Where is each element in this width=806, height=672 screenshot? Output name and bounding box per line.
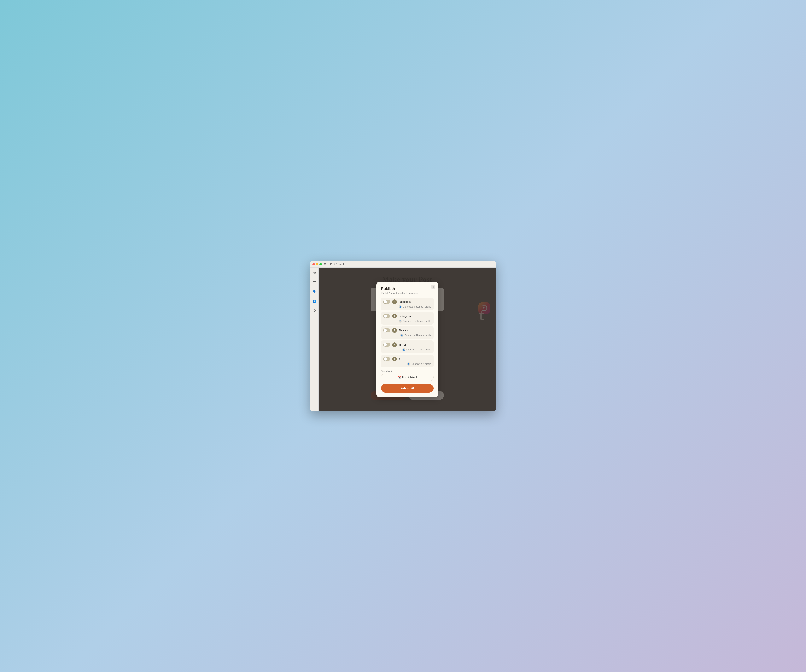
calendar-icon: 📅: [398, 376, 401, 379]
modal-overlay: × Publish Publish 1 post thread to 0 acc…: [319, 268, 496, 411]
platform-top-facebook: F Facebook: [383, 300, 431, 304]
tiktok-toggle[interactable]: [383, 343, 390, 347]
facebook-toggle-knob: [384, 300, 387, 303]
traffic-lights: [312, 263, 322, 265]
schedule-section: Schedule it 📅 Post it later?: [381, 370, 434, 381]
sidebar-logo[interactable]: SS: [311, 270, 317, 276]
threads-toggle-knob: [384, 329, 387, 332]
x-connect-icon: 👤: [407, 362, 410, 366]
modal-publish-button[interactable]: Publish it!: [381, 384, 434, 393]
minimize-button[interactable]: [316, 263, 318, 265]
breadcrumb-separator: /: [336, 263, 337, 265]
platform-top-x: T X: [383, 357, 431, 361]
instagram-toggle[interactable]: [383, 314, 390, 318]
facebook-name: Facebook: [399, 300, 411, 303]
sidebar-item-menu[interactable]: ☰: [311, 279, 317, 285]
team-icon: 👥: [312, 299, 316, 303]
sidebar-item-settings[interactable]: ◎: [311, 307, 317, 313]
instagram-connect-link[interactable]: 👤 Connect a Instagram profile: [383, 320, 431, 323]
facebook-avatar: F: [392, 300, 397, 304]
main-content: Make your Post Post something viral... t…: [319, 268, 496, 411]
tiktok-connect-icon: 👤: [402, 348, 405, 351]
sidebar-item-profile[interactable]: 👤: [311, 288, 317, 295]
instagram-avatar: I: [392, 314, 397, 318]
platform-top-threads: T Threads: [383, 328, 431, 333]
schedule-label: Schedule it: [381, 370, 434, 372]
x-toggle[interactable]: [383, 357, 390, 361]
instagram-name: Instagram: [399, 315, 411, 318]
post-later-button[interactable]: 📅 Post it later?: [381, 374, 434, 381]
tiktok-connect-link[interactable]: 👤 Connect a TikTok profile: [383, 348, 431, 351]
platform-row-tiktok: T TikTok 👤 Connect a TikTok profile: [381, 341, 434, 353]
facebook-toggle[interactable]: [383, 300, 390, 304]
breadcrumb-current: Post ID: [338, 263, 345, 265]
modal-subtitle: Publish 1 post thread to 0 accounts.: [381, 292, 434, 295]
breadcrumb-home[interactable]: Post: [330, 263, 335, 265]
instagram-connect-icon: 👤: [398, 320, 401, 323]
platform-top-tiktok: T TikTok: [383, 343, 431, 347]
title-bar: ⊞ Post / Post ID: [310, 261, 496, 268]
threads-connect-text: Connect a Threads profile: [405, 334, 431, 337]
sidebar-item-team[interactable]: 👥: [311, 298, 317, 304]
threads-connect-icon: 👤: [400, 334, 403, 337]
tiktok-name: TikTok: [399, 343, 406, 346]
x-name: X: [399, 357, 400, 361]
maximize-button[interactable]: [319, 263, 322, 265]
breadcrumb: Post / Post ID: [330, 263, 345, 265]
close-button[interactable]: [312, 263, 315, 265]
platform-row-instagram: I Instagram 👤 Connect a Instagram profil…: [381, 312, 434, 324]
platform-top-instagram: I Instagram: [383, 314, 431, 318]
facebook-connect-text: Connect a Facebook profile: [403, 305, 431, 308]
x-connect-link[interactable]: 👤 Connect a X profile: [383, 362, 431, 366]
platform-row-threads: T Threads 👤 Connect a Threads profile: [381, 326, 434, 339]
tiktok-avatar: T: [392, 343, 397, 347]
profile-icon: 👤: [312, 290, 316, 293]
modal-close-button[interactable]: ×: [431, 285, 436, 289]
platform-row-x: T X 👤 Connect a X profile: [381, 355, 434, 367]
menu-icon: ☰: [313, 280, 316, 284]
threads-name: Threads: [399, 329, 409, 332]
post-later-label: Post it later?: [402, 376, 417, 379]
publish-modal: × Publish Publish 1 post thread to 0 acc…: [376, 282, 438, 397]
x-toggle-knob: [384, 357, 387, 361]
instagram-connect-text: Connect a Instagram profile: [403, 320, 431, 323]
facebook-connect-link[interactable]: 👤 Connect a Facebook profile: [383, 305, 431, 308]
threads-avatar: T: [392, 328, 397, 333]
x-avatar: T: [392, 357, 397, 361]
platform-row-facebook: F Facebook 👤 Connect a Facebook profile: [381, 298, 434, 310]
x-connect-text: Connect a X profile: [411, 363, 431, 366]
threads-toggle[interactable]: [383, 328, 390, 332]
modal-title: Publish: [381, 287, 434, 291]
sidebar: SS ☰ 👤 👥 ◎: [310, 268, 319, 411]
tiktok-toggle-knob: [384, 343, 387, 346]
instagram-toggle-knob: [384, 315, 387, 318]
tiktok-connect-text: Connect a TikTok profile: [406, 348, 431, 351]
layout-icon: ⊞: [323, 262, 327, 266]
settings-icon: ◎: [313, 308, 316, 312]
app-body: SS ☰ 👤 👥 ◎ Make your Post Post something…: [310, 268, 496, 411]
facebook-connect-icon: 👤: [398, 305, 401, 308]
threads-connect-link[interactable]: 👤 Connect a Threads profile: [383, 334, 431, 337]
browser-window: ⊞ Post / Post ID SS ☰ 👤 👥 ◎ Make your: [310, 261, 496, 411]
